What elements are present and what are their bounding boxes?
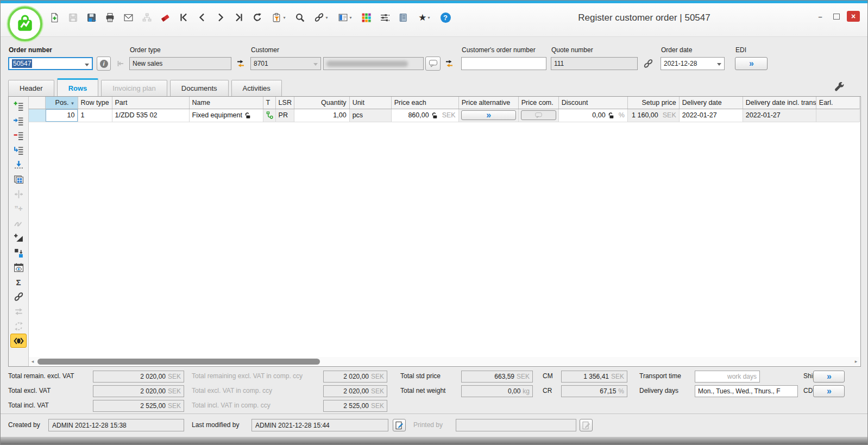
column-header-discount[interactable]: Discount (558, 97, 627, 109)
dropdown-caret-icon[interactable]: ▾ (349, 15, 351, 20)
cell-price-com[interactable] (518, 109, 558, 122)
tab-activities[interactable]: Activities (231, 80, 282, 96)
cell-setup-price[interactable]: 1 160,00SEK (627, 109, 679, 122)
customize-wrench-icon[interactable] (834, 81, 845, 92)
previous-record-button[interactable] (194, 9, 210, 26)
column-header-lsr[interactable]: LSR (275, 97, 294, 109)
calendar-view-button[interactable] (10, 260, 27, 274)
shipping-info-button[interactable]: » (813, 371, 845, 383)
column-header-setup-price[interactable]: Setup price (627, 97, 679, 109)
order-type-field[interactable]: New sales (129, 57, 231, 70)
favorites-star-button[interactable]: ★▾ (413, 9, 435, 26)
chevron-down-icon[interactable] (85, 64, 89, 66)
search-button[interactable] (292, 9, 308, 26)
email-button[interactable] (120, 9, 136, 26)
column-header-price-each[interactable]: Price each (391, 97, 458, 109)
color-grid-button[interactable] (358, 9, 374, 26)
order-number-combo[interactable]: 50547 (8, 57, 93, 70)
window-layout-button[interactable]: ▾ (334, 9, 356, 26)
report-book-button[interactable] (395, 9, 411, 26)
column-header-unit[interactable]: Unit (349, 97, 391, 109)
paste-filter-button[interactable]: ▾ (268, 9, 290, 26)
order-info-button[interactable]: i (97, 57, 111, 71)
horizontal-scrollbar[interactable]: ◂ ▸ (29, 357, 860, 366)
order-row[interactable]: 10 1 1/ZDD 535 02 Fixed equipment PR 1,0… (29, 109, 860, 122)
customer-comment-button[interactable] (425, 57, 441, 71)
maximize-button[interactable] (831, 11, 842, 22)
cell-delivery-date-incl-transport[interactable]: 2022-01-27 (743, 109, 816, 122)
quote-link-icon[interactable] (641, 58, 655, 69)
delete-row-button[interactable] (10, 128, 27, 142)
delivery-days-field[interactable]: Mon., Tues., Wed., Thurs., F (695, 385, 798, 397)
column-header-delivery-date-incl-transport[interactable]: Delivery date incl. transport (743, 97, 816, 109)
cell-pos[interactable]: 10 (45, 109, 78, 122)
cell-unit[interactable]: pcs (349, 109, 391, 122)
column-header-earliest[interactable]: Earl. (816, 97, 859, 109)
tab-header[interactable]: Header (8, 80, 54, 96)
tab-rows[interactable]: Rows (57, 78, 99, 96)
cell-price-alternative[interactable]: » (458, 109, 518, 122)
dropdown-caret-icon[interactable]: ▾ (325, 15, 328, 20)
column-header-price-alternative[interactable]: Price alternative (458, 97, 518, 109)
dropdown-caret-icon[interactable]: ▾ (428, 15, 430, 20)
refresh-button[interactable] (249, 9, 266, 26)
delete-button[interactable] (157, 9, 173, 26)
new-document-button[interactable] (46, 9, 62, 26)
insert-at-end-button[interactable] (10, 158, 27, 172)
row-selector-cell[interactable] (29, 109, 45, 122)
scroll-right-arrow-icon[interactable]: ▸ (852, 359, 860, 364)
price-adjust-button[interactable] (10, 231, 27, 245)
preview-toggle-button[interactable] (10, 334, 27, 348)
jump-to-customer-icon[interactable] (443, 58, 455, 69)
minimize-button[interactable]: – (814, 11, 826, 22)
move-row-button[interactable] (10, 143, 27, 157)
save-settings-button[interactable] (83, 9, 99, 26)
add-row-button[interactable] (10, 99, 27, 113)
transport-time-input[interactable]: work days (695, 371, 760, 383)
cdt-button[interactable]: » (813, 385, 845, 397)
cell-discount[interactable]: 0,00% (558, 109, 627, 122)
close-button[interactable]: × (847, 11, 860, 22)
cell-delivery-date[interactable]: 2022-01-27 (679, 109, 743, 122)
price-alternative-button[interactable]: » (461, 110, 516, 120)
last-record-button[interactable] (231, 9, 247, 26)
link-button[interactable]: ▾ (310, 9, 332, 26)
column-header-name[interactable]: Name (189, 97, 263, 109)
cell-quantity[interactable]: 1,00 (294, 109, 349, 122)
customers-order-number-input[interactable] (461, 57, 546, 70)
scrollbar-thumb[interactable] (37, 359, 320, 365)
print-button[interactable] (102, 9, 118, 26)
cell-lsr[interactable]: PR (275, 109, 294, 122)
column-header-delivery-date[interactable]: Delivery date (679, 97, 743, 109)
insert-row-button[interactable] (10, 114, 27, 128)
column-header-part[interactable]: Part (112, 97, 189, 109)
column-header-pos[interactable]: Pos.▼ (45, 97, 78, 109)
row-selector-header[interactable] (29, 97, 45, 109)
order-date-combo[interactable]: 2021-12-28 (661, 57, 725, 70)
dropdown-caret-icon[interactable]: ▾ (283, 15, 285, 20)
settings-sliders-button[interactable] (376, 9, 393, 26)
next-record-button[interactable] (212, 9, 229, 26)
chevron-down-icon[interactable] (717, 63, 721, 66)
cell-part[interactable]: 1/ZDD 535 02 (112, 109, 189, 122)
quote-number-field[interactable]: 111 (551, 57, 638, 70)
first-record-button[interactable] (175, 9, 192, 26)
cell-price-each[interactable]: 860,00SEK (391, 109, 458, 122)
column-header-quantity[interactable]: Quantity (294, 97, 349, 109)
chevron-down-icon[interactable] (313, 63, 318, 66)
column-header-price-com[interactable]: Price com. (518, 97, 558, 109)
sum-button[interactable]: Σ (10, 275, 27, 289)
cell-row-type[interactable]: 1 (78, 109, 112, 122)
jump-to-order-type-icon[interactable] (235, 58, 247, 69)
scroll-left-arrow-icon[interactable]: ◂ (29, 359, 36, 364)
row-details-button[interactable] (10, 172, 27, 186)
cell-t[interactable] (263, 109, 275, 122)
cell-earliest[interactable] (816, 109, 859, 122)
tab-documents[interactable]: Documents (170, 80, 229, 96)
edi-button[interactable]: » (735, 57, 768, 70)
column-header-t[interactable]: T (263, 97, 275, 109)
cell-name[interactable]: Fixed equipment (189, 109, 263, 122)
row-link-button[interactable] (10, 290, 27, 304)
column-header-row-type[interactable]: Row type (78, 97, 112, 109)
help-button[interactable]: ? (437, 9, 454, 26)
